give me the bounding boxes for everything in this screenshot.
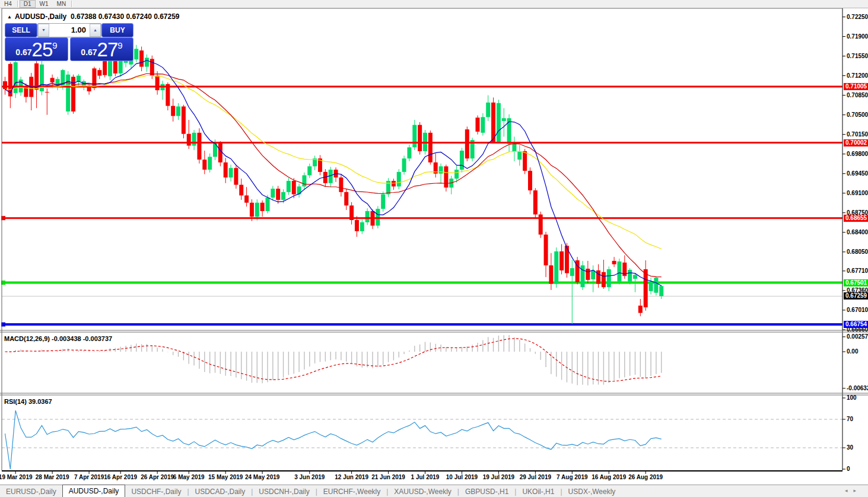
date-axis-label: 29 Jul 2019 (520, 474, 551, 480)
sell-price-big: 25 (32, 41, 53, 59)
timeframe-button-d1[interactable]: D1 (20, 0, 36, 8)
volume-increase-button[interactable]: ▲ (90, 24, 101, 37)
sell-price-pip: 9 (52, 40, 57, 50)
date-axis-label: 12 Jun 2019 (335, 474, 368, 480)
volume-stepper: ▼ 1.00 ▲ (37, 23, 101, 37)
date-axis-label: 7 Apr 2019 (74, 474, 104, 480)
toolbar-separator (71, 1, 72, 7)
toolbar-separator (17, 1, 18, 7)
price-axis-tick: 0.67010 (847, 307, 868, 313)
date-axis-label: 1 Jul 2019 (411, 474, 440, 480)
rsi-axis-tick: 70 (847, 416, 853, 422)
rsi-axis-tick: 30 (847, 444, 853, 451)
price-axis-tick: 0.70150 (847, 131, 868, 138)
volume-decrease-button[interactable]: ▼ (38, 24, 49, 37)
price-axis-tick: 0.68050 (847, 249, 868, 255)
sell-button[interactable]: SELL (5, 23, 37, 37)
rsi-indicator-label: RSI(14) 39.0367 (4, 398, 52, 405)
date-axis-label: 28 Mar 2019 (36, 474, 69, 480)
triangle-up-icon: ▲ (93, 28, 97, 32)
symbol-tab-usdcnh[interactable]: USDCNH-,Daily (253, 486, 315, 497)
trading-platform-window: H4D1W1MN ▲AUDUSD-,Daily 0.67388 0.67430 … (0, 0, 868, 497)
price-axis-tick: 0.70850 (847, 92, 868, 98)
symbol-tab-usdchf[interactable]: USDCHF-,Daily (125, 486, 187, 497)
hline-price-tag: 0.70002 (844, 139, 868, 146)
buy-button[interactable]: BUY (101, 23, 133, 37)
tab-scroll-right-icon[interactable]: ▸ (853, 488, 862, 493)
buy-price-big: 27 (97, 41, 118, 59)
buy-price-box[interactable]: 0.67 27 9 (70, 37, 133, 61)
date-axis-label: 19 Mar 2019 (0, 474, 33, 480)
price-axis-tick: 0.70500 (847, 111, 868, 118)
symbol-tab-xauusd[interactable]: XAUUSD-,Weekly (388, 486, 457, 497)
current-price-tag: 0.67259 (844, 292, 868, 300)
symbol-tab-ukoil[interactable]: UKOil-,H1 (516, 486, 560, 497)
date-axis-label: 16 Aug 2019 (592, 474, 626, 480)
symbol-tab-audusd[interactable]: AUDUSD-,Daily (62, 485, 126, 497)
date-axis-label: 26 Apr 2019 (141, 474, 174, 480)
price-axis-tick: 0.69100 (847, 190, 868, 196)
price-axis-tick: 0.71200 (847, 72, 868, 79)
tab-scroll-left-icon[interactable]: ◂ (845, 488, 854, 493)
macd-indicator-label: MACD(12,26,9) -0.003438 -0.003737 (4, 335, 112, 342)
buy-price-pip: 9 (117, 40, 122, 50)
chart-area[interactable] (0, 0, 868, 497)
timeframe-button-w1[interactable]: W1 (36, 0, 53, 8)
date-axis-label: 10 Jul 2019 (446, 474, 478, 480)
timeframe-button-h4[interactable]: H4 (0, 0, 16, 8)
date-axis-label: 19 Jul 2019 (483, 474, 514, 480)
date-axis-label: 6 May 2019 (173, 474, 205, 480)
ohlc-high: 0.67430 (98, 12, 124, 21)
symbol-tab-bar: EURUSD-,DailyAUDUSD-,DailyUSDCHF-,Daily|… (0, 485, 868, 497)
sell-price-prefix: 0.67 (15, 47, 31, 57)
symbol-tab-usdx[interactable]: USDX-,Weekly (562, 486, 622, 497)
date-axis-label: 3 Jun 2019 (294, 474, 325, 480)
price-axis-tick: 0.71550 (847, 53, 868, 59)
rsi-axis-tick: 0 (847, 466, 850, 472)
date-axis-label: 7 Aug 2019 (557, 474, 587, 480)
collapse-quote-panel-icon[interactable]: ▲ (7, 14, 12, 20)
volume-input[interactable]: 1.00 (49, 24, 90, 37)
macd-axis-tick: 0.00 (847, 348, 858, 355)
price-axis-tick: 0.71900 (847, 33, 868, 40)
timeframe-button-mn[interactable]: MN (53, 0, 71, 8)
buy-price-prefix: 0.67 (81, 47, 97, 57)
price-axis-tick: 0.69800 (847, 151, 868, 157)
price-axis-tick: 0.67710 (847, 267, 868, 274)
symbol-tab-eurusd[interactable]: EURUSD-,Daily (0, 486, 62, 497)
symbol-tab-eurchf[interactable]: EURCHF-,Weekly (317, 486, 386, 497)
chart-symbol-label: AUDUSD-,Daily (15, 12, 66, 21)
triangle-down-icon: ▼ (42, 28, 46, 32)
sell-price-box[interactable]: 0.67 25 9 (5, 37, 68, 61)
hline-price-tag: 0.66754 (844, 321, 868, 328)
macd-axis-tick: 0.002574 (847, 333, 868, 340)
date-axis-label: 21 Jun 2019 (371, 474, 405, 480)
timeframe-toolbar: H4D1W1MN (0, 0, 868, 8)
macd-axis-tick: -0.006326 (847, 385, 868, 391)
tab-scroll-arrows: ◂▸ (845, 488, 862, 493)
price-axis-tick: 0.68400 (847, 229, 868, 235)
ohlc-close: 0.67259 (154, 12, 179, 21)
date-axis-label: 15 May 2019 (208, 474, 243, 480)
symbol-tab-gbpusd[interactable]: GBPUSD-,H1 (459, 486, 514, 497)
symbol-tab-usdcad[interactable]: USDCAD-,Daily (189, 486, 252, 497)
one-click-trade-panel: SELL ▼ 1.00 ▲ BUY 0.67 25 9 0.67 27 9 (5, 23, 132, 60)
hline-price-tag: 0.67501 (844, 279, 868, 286)
ohlc-low: 0.67240 (126, 12, 151, 21)
rsi-axis-tick: 100 (847, 394, 857, 401)
ohlc-open: 0.67388 (71, 12, 96, 21)
price-axis-tick: 0.72250 (847, 14, 868, 20)
hline-price-tag: 0.68655 (844, 215, 868, 222)
hline-price-tag: 0.71005 (844, 83, 868, 90)
date-axis-label: 26 Aug 2019 (628, 474, 663, 480)
date-axis-label: 16 Apr 2019 (104, 474, 137, 480)
date-axis-label: 24 May 2019 (245, 474, 279, 480)
price-axis-tick: 0.69450 (847, 170, 868, 177)
chart-title: ▲AUDUSD-,Daily 0.67388 0.67430 0.67240 0… (7, 12, 180, 21)
